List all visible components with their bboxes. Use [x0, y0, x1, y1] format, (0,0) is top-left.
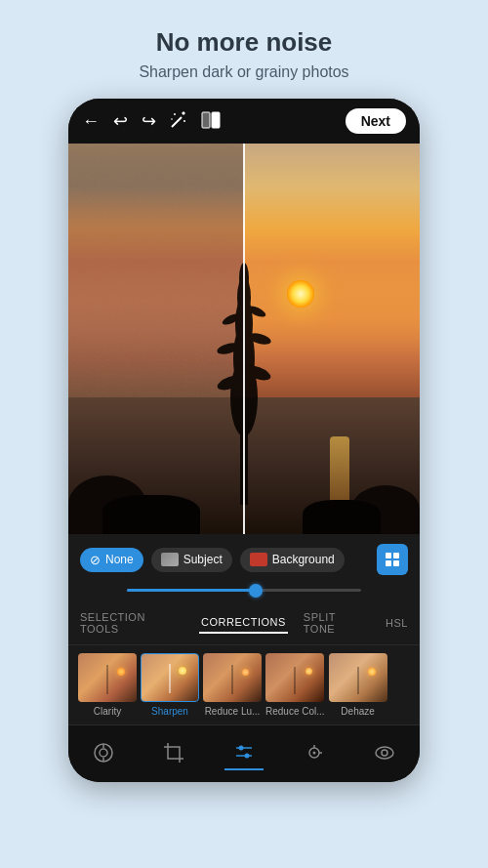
- background-chip[interactable]: Background: [240, 548, 345, 572]
- reduce-col-label: Reduce Col...: [265, 706, 325, 717]
- selection-chips: ⊘ None Subject Background: [80, 548, 345, 572]
- background-icon: [250, 553, 267, 566]
- subject-icon: [161, 553, 179, 566]
- subject-chip[interactable]: Subject: [151, 548, 232, 572]
- svg-point-4: [171, 118, 173, 120]
- reduce-lu-label: Reduce Lu...: [205, 706, 261, 717]
- none-chip[interactable]: ⊘ None: [80, 548, 143, 572]
- svg-rect-21: [386, 560, 391, 566]
- sun: [287, 280, 314, 308]
- tool-clarity[interactable]: Clarity: [78, 653, 137, 717]
- phone-shell: ← ↩ ↪ Next: [68, 99, 420, 782]
- tool-reduce-col[interactable]: Reduce Col...: [265, 653, 325, 717]
- sharpen-thumb: [141, 653, 199, 702]
- svg-point-35: [245, 754, 250, 759]
- svg-rect-20: [393, 553, 399, 558]
- svg-point-2: [174, 113, 176, 115]
- page-subtitle: Sharpen dark or grainy photos: [139, 63, 348, 81]
- tool-dehaze[interactable]: Dehaze: [329, 653, 387, 717]
- dehaze-thumb: [329, 653, 387, 702]
- tab-selection-tools[interactable]: SELECTION TOOLS: [78, 607, 185, 639]
- svg-point-40: [376, 747, 393, 759]
- undo-button[interactable]: ↩: [113, 112, 128, 130]
- sharpen-label: Sharpen: [151, 706, 188, 717]
- nav-view[interactable]: [365, 735, 404, 770]
- top-bar: ← ↩ ↪ Next: [68, 99, 420, 144]
- slider-fill: [127, 589, 256, 592]
- svg-point-34: [239, 746, 244, 751]
- svg-rect-19: [386, 553, 391, 558]
- svg-rect-6: [212, 112, 220, 128]
- none-label: None: [105, 553, 134, 566]
- tab-split-tone[interactable]: SPLIT TONE: [302, 607, 370, 639]
- svg-point-41: [382, 750, 387, 756]
- dehaze-label: Dehaze: [341, 706, 374, 717]
- photo-divider[interactable]: [243, 144, 245, 534]
- photo-editor: [68, 144, 420, 534]
- tab-corrections[interactable]: CORRECTIONS: [199, 612, 288, 634]
- tool-reduce-lu[interactable]: Reduce Lu...: [203, 653, 262, 717]
- nav-healing[interactable]: [295, 735, 334, 770]
- tools-scroll: Clarity Sharpen Reduce Lu... Reduce Col.…: [68, 645, 420, 724]
- tab-hsl[interactable]: HSL: [384, 613, 410, 633]
- adjustment-slider[interactable]: [127, 589, 361, 592]
- svg-point-24: [100, 749, 107, 757]
- top-bar-left-icons: ← ↩ ↪: [82, 111, 221, 132]
- slider-thumb[interactable]: [249, 584, 263, 598]
- back-button[interactable]: ←: [82, 112, 100, 130]
- reduce-col-thumb: [265, 653, 324, 702]
- nav-presets[interactable]: [84, 735, 123, 770]
- tool-sharpen[interactable]: Sharpen: [141, 653, 199, 717]
- clarity-thumb: [78, 653, 137, 702]
- next-button[interactable]: Next: [346, 108, 406, 134]
- compare-button[interactable]: [201, 111, 221, 132]
- subject-label: Subject: [183, 553, 223, 566]
- bush-center-right: [303, 500, 381, 534]
- none-icon: ⊘: [90, 553, 101, 567]
- layers-button[interactable]: [377, 544, 408, 575]
- svg-rect-27: [168, 747, 180, 759]
- wand-button[interactable]: [170, 111, 187, 132]
- svg-line-0: [172, 117, 182, 127]
- slider-row: [68, 585, 420, 601]
- svg-point-37: [313, 752, 316, 755]
- svg-marker-1: [182, 111, 185, 115]
- background-label: Background: [272, 553, 335, 566]
- redo-button[interactable]: ↪: [142, 112, 156, 130]
- svg-rect-22: [393, 560, 399, 566]
- bottom-nav: [68, 724, 420, 782]
- nav-adjustments[interactable]: [224, 735, 264, 770]
- reduce-lu-thumb: [203, 653, 262, 702]
- clarity-label: Clarity: [94, 706, 121, 717]
- bush-center-left: [102, 495, 200, 534]
- svg-rect-5: [202, 112, 210, 128]
- page-title: No more noise: [139, 27, 348, 58]
- tabs-row: SELECTION TOOLS CORRECTIONS SPLIT TONE H…: [68, 601, 420, 645]
- selection-bar: ⊘ None Subject Background: [68, 534, 420, 585]
- svg-point-3: [183, 120, 185, 122]
- nav-crop[interactable]: [154, 735, 193, 770]
